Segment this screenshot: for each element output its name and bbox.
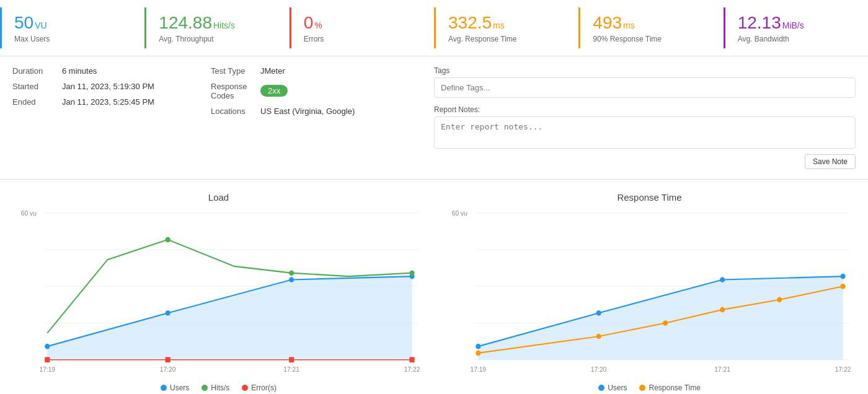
legend-dot-hits [202, 385, 208, 391]
metric-max-users: 50VU Max Users [0, 7, 144, 48]
info-middle: Test Type JMeter Response Codes 2xx Loca… [211, 66, 409, 169]
info-right: Tags Report Notes: Save Note [434, 66, 856, 169]
svg-point-40 [840, 273, 845, 279]
metric-unit: ms [623, 20, 635, 30]
metrics-bar: 50VU Max Users 124.88Hits/s Avg. Through… [0, 0, 868, 56]
svg-point-39 [720, 277, 725, 282]
started-row: Started Jan 11, 2023, 5:19:30 PM [12, 82, 186, 91]
response-codes-badge: 2xx [260, 85, 288, 97]
load-chart-legend: Users Hits/s Error(s) [12, 383, 425, 392]
svg-text:60 vu: 60 vu [452, 209, 467, 216]
svg-marker-12 [47, 276, 412, 360]
legend-label-response-time: Response Time [649, 383, 700, 392]
load-chart-container: Load 60 vu 150 0 17:19 17:20 17:21 17:22 [6, 186, 431, 394]
legend-dot-users [161, 385, 167, 391]
response-chart-svg: 60 vu 500 ms 0 ms 17:19 17:20 17:21 17:2… [443, 206, 856, 380]
svg-text:17:20: 17:20 [160, 365, 176, 372]
legend-label-hits: Hits/s [211, 383, 229, 392]
metric-unit: ms [493, 20, 505, 30]
svg-point-13 [45, 343, 50, 349]
svg-point-43 [663, 320, 668, 326]
metric-unit: MiB/s [782, 20, 804, 30]
svg-text:17:21: 17:21 [714, 365, 730, 372]
legend-response-time: Response Time [639, 383, 700, 392]
metric-number: 50 [14, 13, 33, 32]
test-type-row: Test Type JMeter [211, 66, 409, 76]
svg-point-41 [476, 350, 480, 356]
save-note-button[interactable]: Save Note [805, 154, 856, 169]
response-chart-legend: Users Response Time [443, 383, 856, 392]
metric-label-users: Max Users [14, 35, 132, 43]
locations-label: Locations [211, 107, 260, 116]
metric-label-p90-response: 90% Response Time [593, 35, 711, 43]
started-value: Jan 11, 2023, 5:19:30 PM [62, 82, 154, 91]
charts-section: Load 60 vu 150 0 17:19 17:20 17:21 17:22 [0, 180, 868, 394]
duration-row: Duration 6 minutes [12, 66, 186, 76]
legend-label-errors: Error(s) [251, 383, 277, 392]
svg-text:17:20: 17:20 [591, 365, 607, 372]
load-chart-svg: 60 vu 150 0 17:19 17:20 17:21 17:22 [12, 206, 425, 380]
metric-label-bandwidth: Avg. Bandwidth [738, 35, 856, 43]
metric-value-errors: 0% [304, 12, 422, 33]
legend-errors: Error(s) [242, 383, 277, 392]
svg-text:17:19: 17:19 [39, 365, 55, 372]
svg-point-37 [476, 343, 480, 349]
svg-point-17 [166, 237, 170, 242]
metric-bandwidth: 12.13MiB/s Avg. Bandwidth [724, 7, 868, 48]
metric-number: 12.13 [738, 13, 781, 32]
metric-number: 332.5 [448, 13, 492, 32]
tags-input[interactable] [434, 77, 856, 98]
legend-hits: Hits/s [202, 383, 229, 392]
metric-p90-response: 493ms 90% Response Time [578, 7, 723, 48]
svg-rect-22 [289, 357, 294, 362]
svg-point-15 [289, 277, 294, 282]
svg-point-46 [840, 284, 845, 289]
metric-value-bandwidth: 12.13MiB/s [738, 12, 856, 33]
svg-point-18 [289, 270, 294, 276]
metric-value-p90-response: 493ms [593, 12, 711, 33]
svg-text:17:21: 17:21 [283, 365, 299, 372]
metric-label-throughput: Avg. Throughput [159, 35, 277, 43]
response-chart-area: 60 vu 500 ms 0 ms 17:19 17:20 17:21 17:2… [443, 206, 856, 380]
started-label: Started [12, 82, 62, 91]
svg-point-38 [596, 310, 601, 316]
svg-rect-21 [166, 357, 170, 362]
svg-point-44 [720, 307, 725, 312]
response-chart-title: Response Time [443, 192, 856, 203]
load-chart-area: 60 vu 150 0 17:19 17:20 17:21 17:22 [12, 206, 425, 380]
legend-label-users-resp: Users [608, 383, 627, 392]
locations-value: US East (Virginia, Google) [260, 107, 355, 116]
metric-number: 493 [593, 13, 622, 32]
svg-marker-36 [478, 276, 843, 360]
metric-value-users: 50VU [14, 12, 132, 33]
locations-row: Locations US East (Virginia, Google) [211, 107, 409, 116]
metric-unit: VU [35, 20, 46, 30]
tags-label: Tags [434, 66, 856, 75]
test-type-value: JMeter [260, 66, 285, 76]
legend-users: Users [161, 383, 189, 392]
metric-unit: Hits/s [213, 20, 235, 30]
svg-point-19 [409, 270, 414, 276]
notes-label: Report Notes: [434, 105, 856, 114]
response-chart-container: Response Time 60 vu 500 ms 0 ms 17:19 17… [437, 186, 862, 394]
svg-point-42 [596, 333, 601, 339]
legend-dot-errors [242, 385, 248, 391]
metric-number: 124.88 [159, 13, 212, 32]
load-chart-title: Load [12, 192, 425, 203]
metric-errors: 0% Errors [290, 7, 434, 48]
metric-number: 0 [304, 13, 314, 32]
svg-text:17:22: 17:22 [835, 365, 851, 372]
legend-label-users: Users [170, 383, 189, 392]
svg-text:60 vu: 60 vu [21, 209, 37, 216]
metric-unit: % [314, 20, 322, 30]
notes-textarea[interactable] [434, 116, 856, 149]
legend-dot-users-resp [598, 385, 604, 391]
info-left: Duration 6 minutes Started Jan 11, 2023,… [12, 66, 186, 169]
info-section: Duration 6 minutes Started Jan 11, 2023,… [0, 56, 868, 180]
metric-throughput: 124.88Hits/s Avg. Throughput [144, 7, 289, 48]
metric-label-avg-response: Avg. Response Time [448, 35, 566, 43]
ended-value: Jan 11, 2023, 5:25:45 PM [62, 97, 154, 107]
ended-label: Ended [12, 97, 62, 107]
svg-rect-23 [409, 357, 414, 362]
response-codes-label: Response Codes [211, 82, 260, 100]
